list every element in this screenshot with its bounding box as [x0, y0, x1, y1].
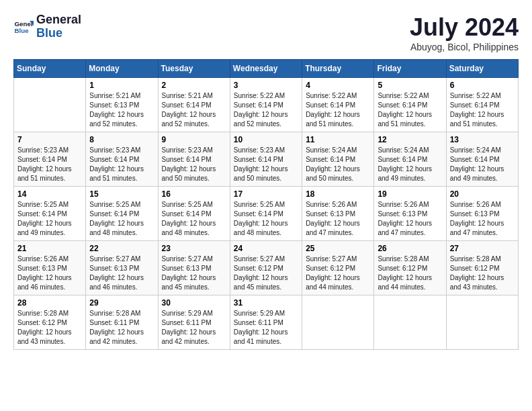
calendar-cell: 18Sunrise: 5:26 AMSunset: 6:13 PMDayligh… — [302, 187, 374, 241]
day-number: 20 — [450, 189, 515, 199]
day-info: Sunrise: 5:23 AMSunset: 6:14 PMDaylight:… — [234, 146, 298, 183]
day-number: 2 — [162, 81, 226, 90]
calendar-cell: 2Sunrise: 5:21 AMSunset: 6:14 PMDaylight… — [158, 78, 230, 132]
day-number: 23 — [162, 244, 226, 253]
day-info: Sunrise: 5:23 AMSunset: 6:14 PMDaylight:… — [17, 146, 82, 183]
week-row-4: 21Sunrise: 5:26 AMSunset: 6:13 PMDayligh… — [14, 241, 519, 295]
day-info: Sunrise: 5:22 AMSunset: 6:14 PMDaylight:… — [378, 91, 442, 129]
calendar-cell: 12Sunrise: 5:24 AMSunset: 6:14 PMDayligh… — [374, 132, 446, 187]
day-number: 3 — [234, 81, 298, 90]
day-number: 19 — [378, 189, 442, 199]
day-number: 11 — [306, 135, 370, 144]
day-info: Sunrise: 5:23 AMSunset: 6:14 PMDaylight:… — [162, 146, 226, 183]
day-number: 10 — [234, 135, 298, 144]
day-number: 26 — [378, 244, 442, 253]
calendar-cell: 25Sunrise: 5:27 AMSunset: 6:12 PMDayligh… — [302, 241, 374, 295]
location: Abuyog, Bicol, Philippines — [410, 42, 519, 52]
month-title: July 2024 — [410, 13, 519, 42]
day-number: 21 — [17, 244, 82, 253]
day-number: 1 — [89, 81, 154, 90]
day-info: Sunrise: 5:28 AMSunset: 6:12 PMDaylight:… — [450, 255, 515, 292]
calendar-cell: 23Sunrise: 5:27 AMSunset: 6:13 PMDayligh… — [158, 241, 230, 295]
day-number: 5 — [378, 81, 442, 90]
calendar-cell: 3Sunrise: 5:22 AMSunset: 6:14 PMDaylight… — [230, 78, 302, 132]
day-number: 13 — [450, 135, 515, 144]
calendar-cell: 26Sunrise: 5:28 AMSunset: 6:12 PMDayligh… — [374, 241, 446, 295]
day-info: Sunrise: 5:22 AMSunset: 6:14 PMDaylight:… — [234, 91, 298, 129]
weekday-header-row: SundayMondayTuesdayWednesdayThursdayFrid… — [14, 60, 519, 78]
day-number: 28 — [17, 298, 82, 308]
day-info: Sunrise: 5:22 AMSunset: 6:14 PMDaylight:… — [306, 91, 370, 129]
weekday-header-monday: Monday — [86, 60, 158, 78]
week-row-3: 14Sunrise: 5:25 AMSunset: 6:14 PMDayligh… — [14, 187, 519, 241]
weekday-header-sunday: Sunday — [14, 60, 86, 78]
day-info: Sunrise: 5:29 AMSunset: 6:11 PMDaylight:… — [162, 309, 226, 347]
calendar-cell: 22Sunrise: 5:27 AMSunset: 6:13 PMDayligh… — [86, 241, 158, 295]
calendar-cell: 20Sunrise: 5:26 AMSunset: 6:13 PMDayligh… — [446, 187, 518, 241]
day-number: 31 — [234, 298, 298, 308]
weekday-header-saturday: Saturday — [446, 60, 518, 78]
calendar-cell: 31Sunrise: 5:29 AMSunset: 6:11 PMDayligh… — [230, 295, 302, 350]
weekday-header-tuesday: Tuesday — [158, 60, 230, 78]
day-info: Sunrise: 5:23 AMSunset: 6:14 PMDaylight:… — [89, 146, 154, 183]
calendar-cell: 21Sunrise: 5:26 AMSunset: 6:13 PMDayligh… — [14, 241, 86, 295]
day-info: Sunrise: 5:27 AMSunset: 6:13 PMDaylight:… — [89, 255, 154, 292]
day-number: 6 — [450, 81, 515, 90]
weekday-header-thursday: Thursday — [302, 60, 374, 78]
day-number: 29 — [89, 298, 154, 308]
calendar-cell: 27Sunrise: 5:28 AMSunset: 6:12 PMDayligh… — [446, 241, 518, 295]
day-info: Sunrise: 5:22 AMSunset: 6:14 PMDaylight:… — [450, 91, 515, 129]
calendar-cell: 13Sunrise: 5:24 AMSunset: 6:14 PMDayligh… — [446, 132, 518, 187]
day-number: 15 — [89, 189, 154, 199]
calendar-cell: 7Sunrise: 5:23 AMSunset: 6:14 PMDaylight… — [14, 132, 86, 187]
day-number: 14 — [17, 189, 82, 199]
day-number: 9 — [162, 135, 226, 144]
calendar-cell: 6Sunrise: 5:22 AMSunset: 6:14 PMDaylight… — [446, 78, 518, 132]
week-row-1: 1Sunrise: 5:21 AMSunset: 6:13 PMDaylight… — [14, 78, 519, 132]
calendar-cell: 14Sunrise: 5:25 AMSunset: 6:14 PMDayligh… — [14, 187, 86, 241]
day-info: Sunrise: 5:25 AMSunset: 6:14 PMDaylight:… — [162, 200, 226, 238]
calendar-cell — [446, 295, 518, 350]
calendar-cell: 4Sunrise: 5:22 AMSunset: 6:14 PMDaylight… — [302, 78, 374, 132]
day-info: Sunrise: 5:26 AMSunset: 6:13 PMDaylight:… — [378, 200, 442, 238]
weekday-header-wednesday: Wednesday — [230, 60, 302, 78]
logo: General Blue General Blue — [13, 13, 81, 40]
calendar-cell: 19Sunrise: 5:26 AMSunset: 6:13 PMDayligh… — [374, 187, 446, 241]
day-number: 8 — [89, 135, 154, 144]
logo-icon: General Blue — [13, 17, 34, 37]
day-info: Sunrise: 5:25 AMSunset: 6:14 PMDaylight:… — [234, 200, 298, 238]
calendar-cell: 15Sunrise: 5:25 AMSunset: 6:14 PMDayligh… — [86, 187, 158, 241]
day-info: Sunrise: 5:24 AMSunset: 6:14 PMDaylight:… — [306, 146, 370, 183]
calendar-cell: 16Sunrise: 5:25 AMSunset: 6:14 PMDayligh… — [158, 187, 230, 241]
week-row-2: 7Sunrise: 5:23 AMSunset: 6:14 PMDaylight… — [14, 132, 519, 187]
day-info: Sunrise: 5:25 AMSunset: 6:14 PMDaylight:… — [17, 200, 82, 238]
calendar-cell: 28Sunrise: 5:28 AMSunset: 6:12 PMDayligh… — [14, 295, 86, 350]
svg-text:Blue: Blue — [15, 27, 30, 34]
day-number: 27 — [450, 244, 515, 253]
day-number: 24 — [234, 244, 298, 253]
logo-text: General Blue — [36, 13, 81, 40]
day-info: Sunrise: 5:27 AMSunset: 6:12 PMDaylight:… — [234, 255, 298, 292]
day-info: Sunrise: 5:29 AMSunset: 6:11 PMDaylight:… — [234, 309, 298, 347]
calendar-cell: 30Sunrise: 5:29 AMSunset: 6:11 PMDayligh… — [158, 295, 230, 350]
day-number: 22 — [89, 244, 154, 253]
calendar-table: SundayMondayTuesdayWednesdayThursdayFrid… — [13, 59, 519, 350]
calendar-cell: 10Sunrise: 5:23 AMSunset: 6:14 PMDayligh… — [230, 132, 302, 187]
day-info: Sunrise: 5:26 AMSunset: 6:13 PMDaylight:… — [450, 200, 515, 238]
day-info: Sunrise: 5:28 AMSunset: 6:11 PMDaylight:… — [89, 309, 154, 347]
page-header: General Blue General Blue July 2024 Abuy… — [13, 13, 519, 52]
day-number: 18 — [306, 189, 370, 199]
day-info: Sunrise: 5:21 AMSunset: 6:14 PMDaylight:… — [162, 91, 226, 129]
calendar-cell: 24Sunrise: 5:27 AMSunset: 6:12 PMDayligh… — [230, 241, 302, 295]
day-info: Sunrise: 5:24 AMSunset: 6:14 PMDaylight:… — [450, 146, 515, 183]
day-number: 30 — [162, 298, 226, 308]
day-number: 7 — [17, 135, 82, 144]
calendar-cell: 29Sunrise: 5:28 AMSunset: 6:11 PMDayligh… — [86, 295, 158, 350]
day-info: Sunrise: 5:25 AMSunset: 6:14 PMDaylight:… — [89, 200, 154, 238]
calendar-cell: 11Sunrise: 5:24 AMSunset: 6:14 PMDayligh… — [302, 132, 374, 187]
weekday-header-friday: Friday — [374, 60, 446, 78]
day-info: Sunrise: 5:26 AMSunset: 6:13 PMDaylight:… — [306, 200, 370, 238]
day-info: Sunrise: 5:28 AMSunset: 6:12 PMDaylight:… — [17, 309, 82, 347]
day-number: 25 — [306, 244, 370, 253]
day-number: 16 — [162, 189, 226, 199]
